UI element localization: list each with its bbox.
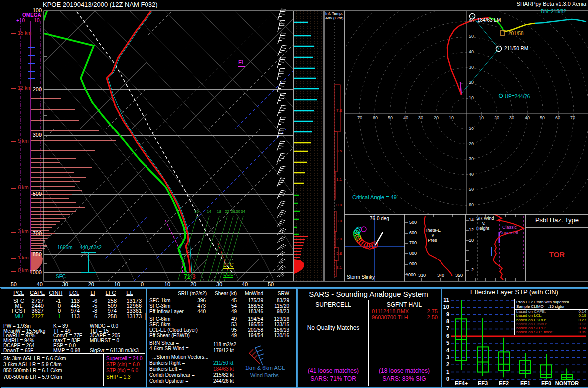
sars-match-file[interactable]: 96030700.TLH	[372, 315, 408, 321]
thermo-divider2	[1, 353, 145, 354]
hodo-tick: 30	[469, 65, 474, 70]
thetae-tick: 350	[455, 273, 463, 278]
adv-value: 7.8	[336, 109, 342, 113]
adv-title-line2: Adv (C/hr)	[325, 16, 343, 20]
hodo-tick: 20	[431, 116, 441, 120]
thermo-header: LI	[84, 290, 101, 296]
mean-wind-label: 201/58	[508, 31, 524, 37]
temp-tick: 30	[209, 282, 229, 288]
stp-category: EF2	[494, 381, 514, 387]
stp-probability-legend: Prob EF2+ torn with supercell Sample CLI…	[514, 299, 588, 335]
hodo-tick: 30	[469, 157, 474, 161]
sars-tor-result: SARS: 71% TOR	[298, 376, 368, 382]
thetae-tick: 330	[418, 273, 426, 278]
lapse-rates: Sfc-3km AGL LR = 6.6 C/km3-6km AGL LR = …	[3, 356, 66, 380]
omega-plus-label: +10	[16, 18, 25, 24]
hodo-tick: 20	[469, 142, 474, 146]
legend-title: Prob EF2+ torn with supercell	[516, 300, 586, 304]
height-label: 3 km	[18, 229, 29, 235]
eil-height-label: 1665m	[57, 245, 73, 251]
temp-tick: 0	[132, 282, 152, 288]
hodo-tick: 10	[476, 116, 486, 120]
kine-header: SRH (m2/s2)	[168, 291, 207, 297]
temp-tick: -40	[29, 282, 49, 288]
sars-hail-header: SGFNT HAIL	[369, 302, 439, 308]
thermo-divider	[1, 322, 145, 322]
thermo-stats-col2: K = 39TT = 49 ConvT = 77FmaxT = 83F ESP …	[53, 324, 82, 353]
lcl-label: LCL	[223, 271, 233, 278]
height-label: 1 km	[18, 256, 29, 261]
stp-ytick: 11	[441, 297, 449, 303]
omega-title: OMEGA	[22, 13, 41, 18]
sharppy-window: KPOE 20190413/2000 (12Z NAM F032) SHARPp…	[0, 0, 588, 388]
thermo-header: CINH	[47, 290, 65, 296]
surface-dewpoint-value: 71	[184, 274, 190, 280]
adv-value: 5.8	[336, 252, 342, 256]
height-label: 0 km	[18, 268, 29, 274]
temp-tick: -50	[3, 282, 23, 288]
adv-value: 3.5	[336, 149, 342, 153]
legend-subtitle: Sample CLIMO = .15 sigtor	[516, 304, 586, 309]
app-version: SHARPpy Beta v1.3.0 Xenia	[517, 1, 586, 7]
sars-sig-result: SARS: 83% SIG	[369, 376, 439, 382]
classic-supercell-label: Supercell	[499, 231, 518, 235]
thermo-header: CAPE	[28, 290, 46, 296]
thetae-tick: 500	[409, 220, 417, 225]
hodo-tick: 60	[370, 116, 380, 120]
height-label: 15 km	[18, 31, 31, 36]
stp-ytick: 1	[441, 369, 449, 375]
composite-indices: Supercell = 24.0 STP (cin) = 6.0 STP (fi…	[106, 356, 143, 380]
srwind-title: Height	[476, 226, 489, 231]
height-label: 6 km	[18, 185, 29, 191]
temp-tick: -30	[54, 282, 74, 288]
kine-header: Shear (kt)	[207, 291, 237, 297]
mixing-ratio-label: 22	[225, 210, 229, 214]
height-label: 12 km	[18, 86, 31, 91]
adv-value: 3.1	[336, 266, 342, 270]
pressure-label: 850	[28, 252, 42, 258]
thermo-header: PCL	[10, 290, 28, 296]
srwind-tick: 12	[469, 228, 474, 232]
sars-match-file[interactable]: 01112418.BMX	[372, 309, 409, 315]
critical-angle-label: Critical Angle = 49	[352, 195, 397, 201]
stp-ytick: 7	[441, 326, 449, 332]
hodo-tick: 50	[385, 116, 395, 120]
thermo-stats-col1: PW = 1.93inMeanW = 15.5g/kg LowRH = 97%M…	[3, 324, 45, 353]
station-title[interactable]: KPOE 20190413/2000 (12Z NAM F032)	[43, 1, 158, 8]
stp-category: EF4+	[451, 381, 471, 387]
temp-tick: 10	[157, 282, 177, 288]
hodo-tick: 10	[446, 116, 456, 120]
hodo-tick: 50	[537, 116, 547, 120]
pressure-label: 700	[28, 231, 42, 237]
el-label: EL	[238, 60, 245, 67]
corfidi-up-label: UP=244/26	[505, 94, 530, 100]
srwind-tick: 10	[469, 238, 474, 243]
stp-category: EF1	[515, 381, 535, 387]
thermo-stats-col3: WNDG = 0.0TEI = 15 3CAPE = 205MBURST = 0…	[90, 324, 139, 353]
hodo-tick: 70	[568, 116, 578, 120]
thetae-tick: 1000	[406, 273, 416, 277]
hodo-tick: 40	[401, 116, 411, 120]
srwind-tick: 2	[471, 268, 474, 272]
mixing-ratio-label: 10	[194, 210, 199, 214]
thermo-vdivider	[103, 353, 104, 386]
thetae-title: Pres	[428, 238, 437, 243]
thetae-tick: 900	[409, 262, 417, 266]
left-mover-label: 184/63 LM	[477, 18, 501, 23]
stp-category: NONTOR	[553, 381, 581, 387]
pressure-label: 300	[28, 132, 42, 138]
omega-minus-label: -10	[32, 18, 39, 24]
hodo-tick: 10	[469, 127, 474, 131]
pressure-label: 500	[28, 191, 42, 197]
hodo-tick: 30	[507, 116, 517, 120]
temp-tick: 50	[261, 282, 281, 288]
hodo-tick: 60	[553, 116, 563, 120]
psbl-haz-value: TOR	[526, 251, 588, 259]
stp-ytick: 6	[441, 333, 449, 339]
temp-tick: 20	[183, 282, 203, 288]
mixing-ratio-label: 14	[207, 210, 211, 214]
mixing-ratio-label: 34	[241, 210, 245, 214]
storm-motion-header: ...Storm Motion Vectors...	[152, 355, 208, 360]
srwind-tick: 14	[469, 218, 474, 222]
hodo-tick: 20	[492, 116, 502, 120]
